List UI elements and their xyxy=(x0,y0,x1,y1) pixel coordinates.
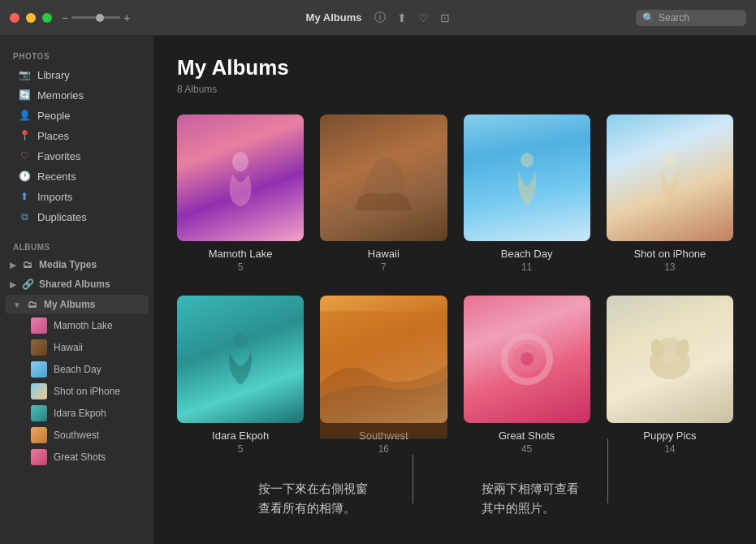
puppy-pics-image xyxy=(607,296,733,422)
great-shots-thumbnail xyxy=(31,449,47,465)
album-puppy-pics[interactable]: Puppy Pics 14 xyxy=(607,296,733,454)
hawaii-cover xyxy=(320,114,447,241)
mamoth-lake-thumbnail xyxy=(31,317,47,334)
search-box[interactable]: 🔍 xyxy=(636,10,746,26)
toolbar-icons: ⓘ ⬆ ♡ ⊡ xyxy=(374,11,450,25)
sidebar-item-favorites[interactable]: ♡ Favorites xyxy=(5,146,149,166)
beach-day-name: Beach Day xyxy=(464,248,590,260)
my-albums-label: My Albums xyxy=(44,299,96,310)
annotation-right-text: 按兩下相簿可查看其中的照片。 xyxy=(482,479,579,518)
sidebar-sub-great-shots[interactable]: Great Shots xyxy=(5,447,149,468)
sidebar-item-imports[interactable]: ⬆ Imports xyxy=(5,187,149,206)
zoom-minus-button[interactable]: − xyxy=(62,11,68,24)
hawaii-label: Hawaii xyxy=(54,342,83,353)
great-shots-count: 45 xyxy=(464,443,590,455)
sidebar-sub-idara-ekpoh[interactable]: Idara Ekpoh xyxy=(5,403,149,424)
sidebar-sub-southwest[interactable]: Southwest xyxy=(5,425,149,446)
album-great-shots[interactable]: Great Shots 45 xyxy=(464,296,590,454)
sidebar-sub-shot-on-iphone[interactable]: Shot on iPhone xyxy=(5,381,149,402)
sidebar-item-library[interactable]: 📷 Library xyxy=(5,65,149,84)
album-shot-on-iphone[interactable]: Shot on iPhone 13 xyxy=(607,114,733,273)
hawaii-count: 7 xyxy=(320,261,447,273)
southwest-cover xyxy=(320,296,447,422)
sidebar-item-recents[interactable]: 🕐 Recents xyxy=(5,166,149,186)
svg-point-1 xyxy=(521,153,534,167)
title-bar: − + My Albums ⓘ ⬆ ♡ ⊡ 🔍 xyxy=(0,0,756,36)
chevron-down-icon: ▼ xyxy=(13,300,21,309)
library-icon: 📷 xyxy=(18,68,31,81)
sidebar-item-label-imports: Imports xyxy=(37,191,72,203)
sidebar-item-label-places: Places xyxy=(37,130,69,142)
hawaii-name: Hawaii xyxy=(320,248,447,260)
fullscreen-button[interactable] xyxy=(42,13,52,23)
favorites-icon: ♡ xyxy=(18,149,31,162)
sidebar-group-media-types[interactable]: ▶ 🗂 Media Types xyxy=(0,255,153,274)
beach-day-image xyxy=(464,114,590,241)
share-icon[interactable]: ⬆ xyxy=(397,11,407,24)
hawaii-image xyxy=(320,114,447,241)
album-southwest[interactable]: Southwest 16 xyxy=(320,296,447,454)
shared-albums-label: Shared Albums xyxy=(39,278,110,290)
sidebar-item-people[interactable]: 👤 People xyxy=(5,106,149,125)
shot-on-iphone-thumbnail xyxy=(31,383,47,399)
sidebar-item-label-favorites: Favorites xyxy=(37,150,80,162)
favorite-icon[interactable]: ♡ xyxy=(418,11,429,24)
album-mamoth-lake[interactable]: Mamoth Lake 5 xyxy=(177,114,304,273)
annotation-area: 按一下來在右側視窗查看所有的相簿。 按兩下相簿可查看其中的照片。 xyxy=(177,479,733,545)
sidebar-sub-hawaii[interactable]: Hawaii xyxy=(5,337,149,358)
search-input[interactable] xyxy=(659,12,740,24)
puppy-pics-cover xyxy=(607,296,733,422)
annotation-left: 按一下來在右側視窗查看所有的相簿。 xyxy=(258,479,368,518)
album-beach-day[interactable]: Beach Day 11 xyxy=(464,114,590,273)
title-center: My Albums ⓘ ⬆ ♡ ⊡ xyxy=(306,11,451,25)
sidebar-sub-beach-day[interactable]: Beach Day xyxy=(5,359,149,380)
duplicates-icon: ⧉ xyxy=(18,210,31,223)
great-shots-label: Great Shots xyxy=(54,451,106,463)
idara-ekpoh-thumbnail xyxy=(31,405,47,421)
my-albums-icon: 🗂 xyxy=(26,298,39,311)
page-title: My Albums xyxy=(177,55,733,80)
sidebar-item-duplicates[interactable]: ⧉ Duplicates xyxy=(5,207,149,227)
shot-on-iphone-name: Shot on iPhone xyxy=(607,248,733,260)
beach-day-label: Beach Day xyxy=(54,364,102,375)
zoom-plus-button[interactable]: + xyxy=(123,11,130,24)
sidebar-item-label-recents: Recents xyxy=(37,171,76,183)
sidebar-sub-mamoth-lake[interactable]: Mamoth Lake xyxy=(5,315,149,336)
album-hawaii[interactable]: Hawaii 7 xyxy=(320,114,447,273)
puppy-pics-name: Puppy Pics xyxy=(607,430,733,442)
zoom-slider[interactable] xyxy=(71,16,120,19)
great-shots-image xyxy=(464,296,590,422)
window-title: My Albums xyxy=(306,11,362,24)
svg-point-0 xyxy=(232,152,248,171)
sidebar-item-places[interactable]: 📍 Places xyxy=(5,126,149,145)
sidebar-item-memories[interactable]: 🔄 Memories xyxy=(5,85,149,105)
annotation-texts: 按一下來在右側視窗查看所有的相簿。 按兩下相簿可查看其中的照片。 xyxy=(177,479,733,518)
album-idara-ekpoh[interactable]: Idara Ekpoh 5 xyxy=(177,296,304,454)
annotation-line-vertical-right xyxy=(607,438,608,503)
shot-on-iphone-cover xyxy=(607,114,733,241)
sidebar-group-shared-albums[interactable]: ▶ 🔗 Shared Albums xyxy=(0,274,153,294)
svg-point-2 xyxy=(663,153,676,167)
sidebar-item-label-memories: Memories xyxy=(37,89,84,101)
shot-on-iphone-label: Shot on iPhone xyxy=(54,386,120,397)
imports-icon: ⬆ xyxy=(18,190,31,203)
hawaii-thumbnail xyxy=(31,339,47,356)
chevron-right-icon: ▶ xyxy=(10,261,16,270)
crop-icon[interactable]: ⊡ xyxy=(440,11,450,24)
svg-point-7 xyxy=(521,352,534,365)
sidebar-group-my-albums[interactable]: ▼ 🗂 My Albums xyxy=(5,295,149,314)
beach-day-cover xyxy=(464,114,590,241)
southwest-thumbnail xyxy=(31,427,47,443)
mamoth-lake-name: Mamoth Lake xyxy=(177,248,304,260)
info-icon[interactable]: ⓘ xyxy=(374,11,386,25)
albums-section: Albums ▶ 🗂 Media Types ▶ 🔗 Shared Albums… xyxy=(0,236,153,468)
southwest-label: Southwest xyxy=(54,430,99,441)
close-button[interactable] xyxy=(10,13,19,23)
recents-icon: 🕐 xyxy=(18,170,31,183)
minimize-button[interactable] xyxy=(26,13,36,23)
beach-day-count: 11 xyxy=(464,261,590,273)
mamoth-lake-image xyxy=(177,114,304,241)
annotation-line-vertical-left xyxy=(413,455,413,503)
beach-day-thumbnail xyxy=(31,361,47,378)
idara-ekpoh-label: Idara Ekpoh xyxy=(54,408,106,419)
